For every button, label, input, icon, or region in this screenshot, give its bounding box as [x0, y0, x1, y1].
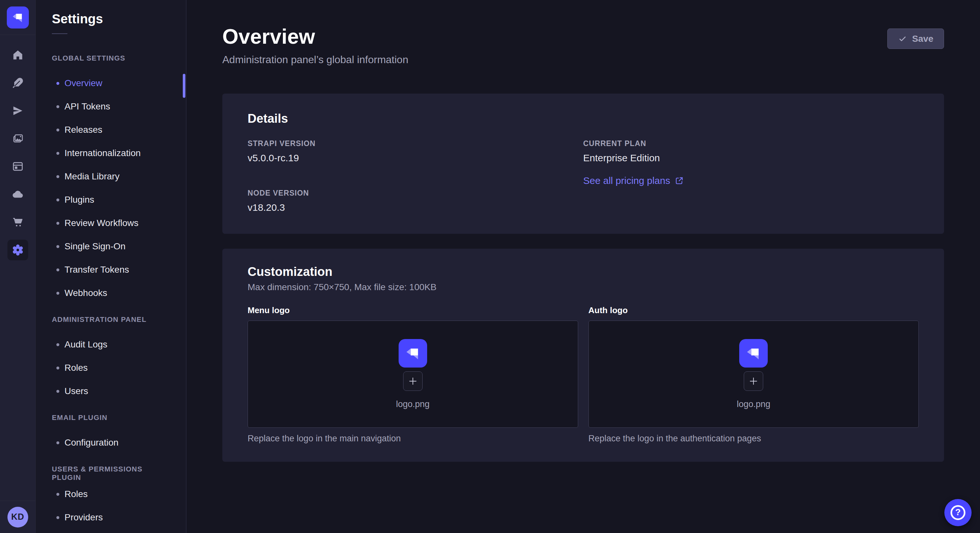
- nav-item-label: Review Workflows: [65, 218, 138, 228]
- nav-list-admin: Audit Logs Roles Users: [52, 333, 173, 403]
- sidebar-item-releases[interactable]: Releases: [52, 118, 173, 141]
- nav-item-label: Releases: [65, 125, 102, 135]
- sidebar-item-admin-roles[interactable]: Roles: [52, 356, 173, 379]
- nav-item-label: Webhooks: [65, 288, 107, 298]
- current-plan-label: CURRENT PLAN: [583, 139, 919, 148]
- paper-plane-icon[interactable]: [8, 100, 28, 121]
- main-nav-rail: KD: [0, 0, 36, 533]
- feather-icon[interactable]: [8, 73, 28, 93]
- auth-logo-caption: Replace the logo in the authentication p…: [589, 434, 919, 444]
- sidebar-item-api-tokens[interactable]: API Tokens: [52, 95, 173, 118]
- nav-item-label: Media Library: [65, 171, 119, 182]
- plus-icon: [408, 376, 418, 386]
- page-title: Overview: [222, 25, 408, 49]
- bullet-icon: [56, 516, 59, 519]
- page-subtitle: Administration panel’s global informatio…: [222, 54, 408, 66]
- strapi-glyph-icon: [402, 343, 423, 364]
- nav-item-label: Transfer Tokens: [65, 265, 129, 275]
- sidebar-item-webhooks[interactable]: Webhooks: [52, 281, 173, 305]
- bullet-icon: [56, 175, 59, 178]
- nav-item-label: Plugins: [65, 195, 94, 205]
- main-content: Overview Administration panel’s global i…: [186, 0, 980, 533]
- sidebar-item-audit-logs[interactable]: Audit Logs: [52, 333, 173, 356]
- question-mark-icon: ?: [950, 505, 966, 520]
- menu-logo-preview: [399, 339, 427, 368]
- bullet-icon: [56, 82, 59, 85]
- details-grid: STRAPI VERSION v5.0.0-rc.19 NODE VERSION…: [248, 139, 919, 213]
- sidebar-item-admin-users[interactable]: Users: [52, 379, 173, 403]
- bullet-icon: [56, 292, 59, 295]
- details-card-title: Details: [248, 112, 919, 125]
- bullet-icon: [56, 268, 59, 271]
- menu-logo-dropzone[interactable]: logo.png: [248, 320, 578, 428]
- details-right-column: CURRENT PLAN Enterprise Edition See all …: [583, 139, 919, 213]
- sidebar-item-single-sign-on[interactable]: Single Sign-On: [52, 235, 173, 258]
- sidebar-item-overview[interactable]: Overview: [52, 71, 173, 95]
- bullet-icon: [56, 441, 59, 444]
- plus-icon: [749, 376, 758, 386]
- menu-logo-filename: logo.png: [396, 399, 430, 409]
- nav-item-label: Internationalization: [65, 148, 141, 159]
- sidebar-item-up-roles[interactable]: Roles: [52, 482, 173, 506]
- strapi-version-field: STRAPI VERSION v5.0.0-rc.19: [248, 139, 583, 163]
- auth-logo-field: Auth logo logo.png Replace the logo: [589, 305, 919, 444]
- nav-item-label: Roles: [65, 489, 88, 499]
- auth-logo-label: Auth logo: [589, 305, 919, 316]
- settings-subnav: Settings GLOBAL SETTINGS Overview API To…: [36, 0, 186, 533]
- user-avatar[interactable]: KD: [8, 507, 28, 528]
- bullet-icon: [56, 493, 59, 496]
- auth-logo-add-button[interactable]: [744, 371, 763, 391]
- details-left-column: STRAPI VERSION v5.0.0-rc.19 NODE VERSION…: [248, 139, 583, 213]
- save-button-label: Save: [912, 34, 933, 44]
- menu-logo-label: Menu logo: [248, 305, 578, 316]
- nav-list-global: Overview API Tokens Releases Internation…: [52, 71, 173, 305]
- home-icon[interactable]: [8, 45, 28, 65]
- nav-scrollbar-thumb[interactable]: [183, 74, 185, 98]
- settings-gear-icon[interactable]: [8, 240, 28, 260]
- customization-card-subtitle: Max dimension: 750×750, Max file size: 1…: [248, 282, 919, 292]
- strapi-logo-icon[interactable]: [7, 6, 29, 29]
- strapi-glyph-icon: [10, 9, 26, 26]
- nav-list-email: Configuration: [52, 431, 173, 454]
- nav-item-label: Providers: [65, 512, 103, 523]
- rail-icon-list: [8, 45, 28, 260]
- strapi-version-value: v5.0.0-rc.19: [248, 152, 583, 163]
- check-icon: [898, 34, 907, 43]
- node-version-field: NODE VERSION v18.20.3: [248, 189, 583, 213]
- layout-window-icon[interactable]: [8, 156, 28, 177]
- section-header-global-settings: GLOBAL SETTINGS: [52, 54, 173, 62]
- nav-item-label: Configuration: [65, 438, 119, 448]
- page-header: Overview Administration panel’s global i…: [222, 25, 944, 66]
- sidebar-item-review-workflows[interactable]: Review Workflows: [52, 211, 173, 235]
- cloud-icon[interactable]: [8, 184, 28, 205]
- pricing-plans-link[interactable]: See all pricing plans: [583, 175, 684, 186]
- customization-card: Customization Max dimension: 750×750, Ma…: [222, 249, 944, 462]
- help-button[interactable]: ?: [944, 499, 972, 526]
- auth-logo-dropzone[interactable]: logo.png: [589, 320, 919, 428]
- node-version-value: v18.20.3: [248, 202, 583, 213]
- nav-item-label: Audit Logs: [65, 339, 107, 350]
- sidebar-item-plugins[interactable]: Plugins: [52, 188, 173, 211]
- cart-icon[interactable]: [8, 212, 28, 233]
- sidebar-item-internationalization[interactable]: Internationalization: [52, 141, 173, 165]
- media-pictures-icon[interactable]: [8, 128, 28, 149]
- rail-user-section: KD: [0, 501, 35, 533]
- section-header-email-plugin: EMAIL PLUGIN: [52, 414, 173, 422]
- brand-section: [0, 0, 35, 35]
- sidebar-item-media-library[interactable]: Media Library: [52, 165, 173, 188]
- nav-item-label: Roles: [65, 363, 88, 373]
- nav-item-label: API Tokens: [65, 102, 110, 112]
- sidebar-item-up-providers[interactable]: Providers: [52, 506, 173, 529]
- subnav-title: Settings: [52, 12, 173, 26]
- menu-logo-add-button[interactable]: [403, 371, 423, 391]
- save-button[interactable]: Save: [887, 29, 944, 49]
- bullet-icon: [56, 128, 59, 132]
- sidebar-item-email-configuration[interactable]: Configuration: [52, 431, 173, 454]
- node-version-label: NODE VERSION: [248, 189, 583, 198]
- nav-list-users-permissions: Roles Providers: [52, 482, 173, 529]
- bullet-icon: [56, 198, 59, 201]
- current-plan-value: Enterprise Edition: [583, 152, 919, 163]
- strapi-version-label: STRAPI VERSION: [248, 139, 583, 148]
- sidebar-item-transfer-tokens[interactable]: Transfer Tokens: [52, 258, 173, 281]
- nav-item-label: Users: [65, 386, 88, 397]
